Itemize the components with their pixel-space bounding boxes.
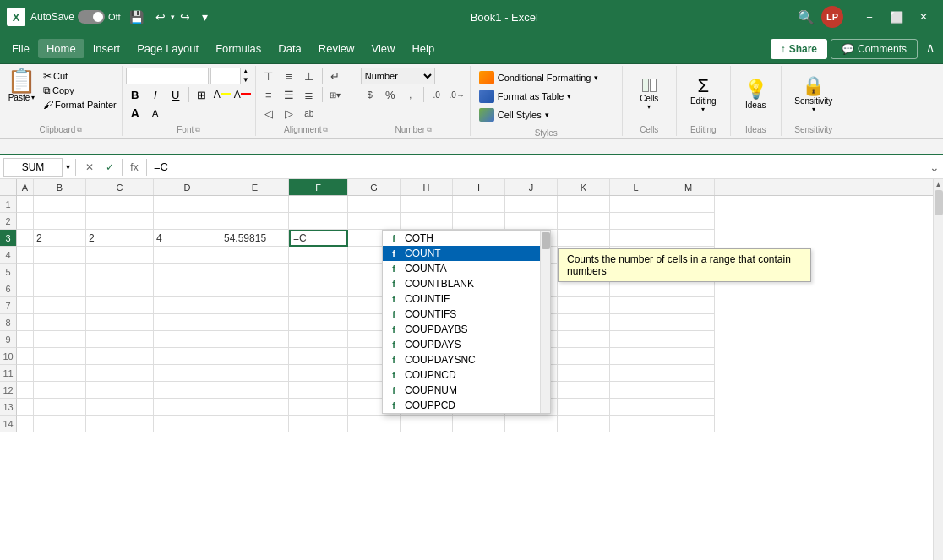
col-header-I[interactable]: I [453, 179, 505, 195]
menu-review[interactable]: Review [310, 39, 363, 58]
row-number-1[interactable]: 1 [0, 196, 17, 213]
cell-A14[interactable] [17, 416, 34, 432]
cell-I2[interactable] [453, 213, 505, 230]
close-button[interactable]: ✕ [911, 6, 936, 28]
menu-data[interactable]: Data [270, 39, 309, 58]
cell-A7[interactable] [17, 297, 34, 314]
row-number-5[interactable]: 5 [0, 264, 17, 280]
paste-button[interactable]: 📋 Paste ▾ [3, 68, 40, 104]
row-number-11[interactable]: 11 [0, 365, 17, 382]
cell-D6[interactable] [154, 280, 221, 297]
share-button[interactable]: ↑ Share [771, 39, 827, 59]
menu-help[interactable]: Help [403, 39, 443, 58]
cell-B6[interactable] [34, 280, 86, 297]
cell-M6[interactable] [662, 280, 715, 297]
col-header-H[interactable]: H [401, 179, 453, 195]
cell-H2[interactable] [401, 213, 453, 230]
cell-F10[interactable] [289, 348, 348, 365]
font-group-label[interactable]: Font ⧉ [126, 123, 252, 136]
cell-D10[interactable] [154, 348, 221, 365]
wrap-text-button[interactable]: ↵ [326, 68, 345, 84]
cell-D12[interactable] [154, 382, 221, 399]
cell-K10[interactable] [558, 348, 610, 365]
cell-D11[interactable] [154, 365, 221, 382]
scroll-up-button[interactable]: ▲ [934, 179, 944, 189]
ac-item-couppcd[interactable]: fCOUPPCD [383, 398, 550, 413]
cell-styles-button[interactable]: Cell Styles ▾ [476, 106, 553, 123]
cell-L2[interactable] [610, 213, 662, 230]
cell-B11[interactable] [34, 365, 86, 382]
undo-dropdown-icon[interactable]: ▾ [171, 13, 175, 21]
cell-B13[interactable] [34, 399, 86, 416]
cell-L6[interactable] [610, 280, 662, 297]
cell-D2[interactable] [154, 213, 221, 230]
align-bottom-button[interactable]: ⊥ [300, 68, 319, 84]
cell-B2[interactable] [34, 213, 86, 230]
cell-K12[interactable] [558, 382, 610, 399]
cell-F1[interactable] [289, 196, 348, 213]
cell-D14[interactable] [154, 416, 221, 432]
row-number-2[interactable]: 2 [0, 213, 17, 230]
confirm-button[interactable]: ✓ [101, 159, 118, 176]
ac-item-counta[interactable]: fCOUNTA [383, 261, 550, 276]
col-header-D[interactable]: D [154, 179, 221, 195]
cell-M2[interactable] [662, 213, 715, 230]
cell-K1[interactable] [558, 196, 610, 213]
cell-C8[interactable] [86, 314, 154, 331]
cell-F13[interactable] [289, 399, 348, 416]
cell-B7[interactable] [34, 297, 86, 314]
cell-A13[interactable] [17, 399, 34, 416]
cut-button[interactable]: ✂ Cut [41, 69, 118, 83]
cell-E7[interactable] [221, 297, 289, 314]
row-number-13[interactable]: 13 [0, 399, 17, 416]
ac-item-coupdaysnc[interactable]: fCOUPDAYSNC [383, 352, 550, 367]
ac-item-countif[interactable]: fCOUNTIF [383, 291, 550, 307]
cell-B1[interactable] [34, 196, 86, 213]
minimize-button[interactable]: − [857, 6, 882, 28]
ac-item-coupncd[interactable]: fCOUPNCD [383, 367, 550, 383]
ac-item-coupdays[interactable]: fCOUPDAYS [383, 337, 550, 352]
col-header-J[interactable]: J [505, 179, 558, 195]
autosave-toggle[interactable]: AutoSave Off [30, 10, 121, 24]
cell-K11[interactable] [558, 365, 610, 382]
cell-K6[interactable] [558, 280, 610, 297]
fill-color-button[interactable]: A [213, 86, 232, 103]
cell-C5[interactable] [86, 264, 154, 280]
cell-F3[interactable]: =C [289, 230, 348, 247]
cell-F4[interactable] [289, 247, 348, 264]
cell-G1[interactable] [348, 196, 401, 213]
col-header-E[interactable]: E [221, 179, 289, 195]
menu-insert[interactable]: Insert [84, 39, 129, 58]
cell-B3[interactable]: 2 [34, 230, 86, 247]
indent-increase-button[interactable]: ▷ [280, 105, 298, 122]
cell-M13[interactable] [662, 399, 715, 416]
cell-K2[interactable] [558, 213, 610, 230]
cell-H14[interactable] [401, 416, 453, 432]
decrease-decimal-button[interactable]: .0→ [448, 86, 466, 103]
ribbon-collapse-button[interactable]: ∧ [921, 39, 940, 59]
ac-item-countblank[interactable]: fCOUNTBLANK [383, 276, 550, 291]
cell-L1[interactable] [610, 196, 662, 213]
font-size-up[interactable]: ▲ [243, 68, 249, 76]
cell-A2[interactable] [17, 213, 34, 230]
cell-L7[interactable] [610, 297, 662, 314]
ac-scrollbar-thumb[interactable] [542, 232, 550, 249]
cell-F8[interactable] [289, 314, 348, 331]
row-number-14[interactable]: 14 [0, 416, 17, 432]
cell-A4[interactable] [17, 247, 34, 264]
cell-E14[interactable] [221, 416, 289, 432]
cells-button[interactable]: Cells ▾ [635, 75, 663, 114]
col-header-A[interactable]: A [17, 179, 34, 195]
cell-I1[interactable] [453, 196, 505, 213]
cell-L9[interactable] [610, 331, 662, 348]
editing-button[interactable]: Σ Editing ▾ [685, 73, 722, 117]
cell-H1[interactable] [401, 196, 453, 213]
cell-K7[interactable] [558, 297, 610, 314]
ac-item-coth[interactable]: fCOTH [383, 231, 550, 246]
cell-E9[interactable] [221, 331, 289, 348]
scroll-thumb[interactable] [935, 190, 943, 215]
cell-G2[interactable] [348, 213, 401, 230]
align-top-button[interactable]: ⊤ [259, 68, 278, 84]
cell-F2[interactable] [289, 213, 348, 230]
row-number-3[interactable]: 3 [0, 230, 17, 247]
